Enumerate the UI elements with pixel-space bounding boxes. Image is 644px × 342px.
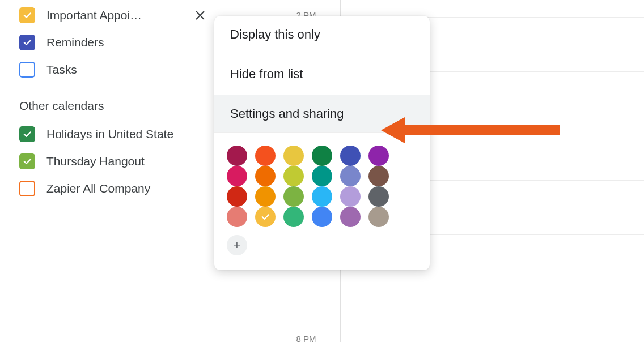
color-swatch-grid: + (214, 132, 430, 260)
menu-item-label: Display this only (230, 27, 320, 41)
menu-item-label: Hide from list (230, 67, 303, 81)
color-swatch[interactable] (283, 146, 304, 166)
calendar-item[interactable]: Reminders (19, 29, 206, 56)
calendar-item-label: Thursday Hangout (46, 155, 206, 168)
checkbox-checked[interactable] (19, 35, 35, 50)
time-label: 8 PM (289, 334, 323, 342)
color-swatch[interactable] (312, 207, 332, 227)
calendar-item-label: Zapier All Company (46, 182, 206, 195)
add-color-button[interactable]: + (227, 235, 247, 255)
menu-item[interactable]: Display this only (214, 16, 430, 53)
checkbox-unchecked[interactable] (19, 62, 35, 78)
checkbox-checked[interactable] (19, 153, 35, 169)
calendar-item[interactable]: Important Appoi… (19, 2, 206, 29)
calendar-item[interactable]: Thursday Hangout (19, 148, 206, 175)
color-swatch[interactable] (255, 166, 276, 186)
color-swatch[interactable] (283, 186, 304, 207)
other-calendars-header: Other calendars (19, 99, 206, 113)
color-swatch[interactable] (368, 166, 389, 186)
check-icon (260, 212, 270, 222)
menu-item[interactable]: Hide from list (214, 53, 430, 95)
color-swatch[interactable] (255, 186, 276, 207)
checkbox-unchecked[interactable] (19, 181, 35, 196)
color-swatch[interactable] (283, 207, 304, 227)
calendar-item-label: Important Appoi… (46, 8, 183, 22)
checkbox-checked[interactable] (19, 7, 35, 23)
calendar-item-label: Holidays in United State (46, 127, 206, 141)
calendar-item[interactable]: Holidays in United State (19, 121, 206, 148)
calendar-item-label: Reminders (46, 36, 206, 49)
check-icon (22, 129, 32, 139)
color-swatch[interactable] (227, 207, 247, 227)
check-icon (22, 37, 32, 48)
color-swatch[interactable] (227, 166, 247, 186)
color-swatch[interactable] (368, 207, 389, 227)
calendar-item-label: Tasks (46, 63, 206, 76)
color-swatch[interactable] (255, 146, 276, 166)
plus-icon: + (234, 239, 241, 251)
menu-item-label: Settings and sharing (230, 106, 344, 121)
color-swatch[interactable] (340, 146, 361, 166)
color-swatch[interactable] (312, 186, 332, 207)
color-swatch[interactable] (340, 207, 361, 227)
checkbox-checked[interactable] (19, 126, 35, 142)
color-swatch[interactable] (227, 186, 247, 207)
calendar-item[interactable]: Zapier All Company (19, 175, 206, 202)
calendar-item[interactable]: Tasks (19, 56, 206, 83)
color-swatch[interactable] (283, 166, 304, 186)
color-swatch[interactable] (340, 186, 361, 207)
close-icon[interactable] (194, 9, 206, 22)
color-swatch[interactable] (227, 146, 247, 166)
color-swatch[interactable] (340, 166, 361, 186)
color-swatch[interactable] (368, 186, 389, 207)
svg-marker-0 (381, 117, 560, 143)
color-swatch[interactable] (255, 207, 276, 227)
check-icon (22, 10, 32, 20)
color-swatch[interactable] (368, 146, 389, 166)
color-swatch[interactable] (312, 146, 332, 166)
calendar-sidebar: Important Appoi… RemindersTasks Other ca… (19, 2, 206, 202)
check-icon (22, 156, 32, 166)
annotation-arrow (381, 117, 560, 143)
color-swatch[interactable] (312, 166, 332, 186)
